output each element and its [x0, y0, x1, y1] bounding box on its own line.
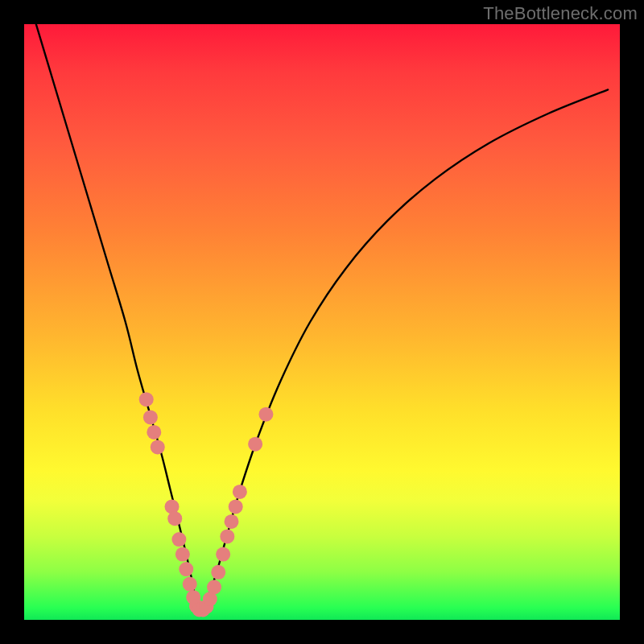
data-marker [143, 410, 158, 424]
data-marker [211, 565, 225, 580]
data-marker [220, 529, 234, 543]
data-marker [229, 499, 243, 514]
data-marker [179, 562, 193, 576]
data-marker [139, 392, 154, 407]
data-marker [151, 440, 165, 454]
data-marker [175, 547, 190, 562]
data-marker [147, 425, 161, 440]
markers-layer [139, 392, 274, 617]
data-marker [216, 547, 230, 562]
data-marker [171, 532, 186, 547]
data-marker [183, 577, 197, 592]
data-marker [248, 437, 262, 452]
data-marker [167, 511, 182, 526]
data-marker [207, 580, 221, 594]
bottleneck-curve [36, 24, 608, 612]
chart-svg [24, 24, 620, 620]
watermark-text: TheBottleneck.com [483, 3, 638, 24]
data-marker [225, 514, 239, 529]
plot-area [24, 24, 620, 620]
data-marker [258, 407, 273, 422]
curve-layer [36, 24, 608, 612]
data-marker [233, 485, 247, 499]
chart-frame: TheBottleneck.com [0, 0, 644, 644]
